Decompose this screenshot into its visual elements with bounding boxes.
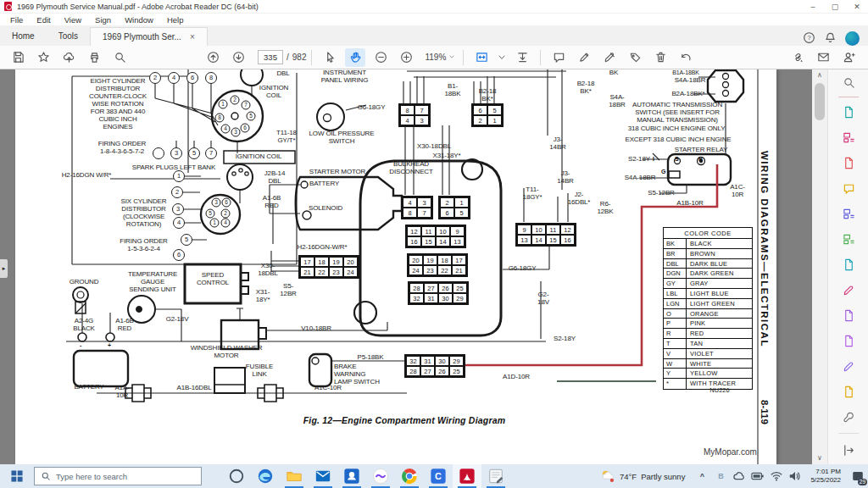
- favorite-star-button[interactable]: [33, 48, 53, 67]
- tab-home[interactable]: Home: [0, 25, 47, 46]
- undo-button[interactable]: [676, 48, 696, 67]
- menu-item-view[interactable]: View: [58, 15, 88, 25]
- sign-button[interactable]: [599, 48, 620, 67]
- wifi-icon[interactable]: [768, 464, 785, 488]
- color-code-row: LBLLIGHT BLUE: [664, 289, 752, 299]
- fill-sign-button[interactable]: [625, 48, 645, 67]
- connector-cell: 15: [421, 236, 436, 247]
- color-code-row: DGNDARK GREEN: [664, 269, 752, 279]
- rail-tool-fill-and-sign[interactable]: [828, 353, 868, 379]
- page-number-input[interactable]: [258, 50, 283, 64]
- tray-app-b[interactable]: B: [712, 464, 729, 488]
- taskbar-app-sticky-notes[interactable]: [481, 464, 510, 488]
- start-button[interactable]: [0, 464, 34, 488]
- connector-cell: 6: [440, 208, 454, 218]
- connector-cell: 8: [400, 105, 415, 115]
- connector-cell: 23: [329, 267, 343, 277]
- maximize-button[interactable]: ▢: [824, 0, 846, 14]
- taskbar-app-round-app[interactable]: [366, 464, 395, 488]
- next-page-button[interactable]: [228, 48, 248, 67]
- rail-tool-create-pdf[interactable]: [828, 150, 868, 175]
- zoom-level-select[interactable]: 119%: [422, 52, 458, 63]
- find-button[interactable]: [109, 48, 130, 67]
- rail-tool-request-signatures[interactable]: [828, 379, 868, 404]
- rail-tool-protect[interactable]: [828, 302, 868, 328]
- taskbar-app-chrome[interactable]: [395, 464, 424, 488]
- rail-tool-edit-pdf[interactable]: [828, 125, 868, 150]
- left-panel-toggle[interactable]: ▸: [0, 259, 8, 278]
- share-link-button[interactable]: [787, 48, 808, 67]
- connector-cell: 7: [417, 208, 431, 218]
- onedrive-cloud-icon[interactable]: [731, 464, 748, 488]
- menu-item-edit[interactable]: Edit: [30, 15, 57, 25]
- scrollbar-thumb[interactable]: [815, 83, 825, 120]
- rail-tool-redact[interactable]: [828, 277, 868, 302]
- menu-item-file[interactable]: File: [3, 15, 30, 25]
- diagram-label: DBL: [268, 70, 298, 78]
- color-code-abbr: T: [664, 339, 687, 348]
- tab-close-icon[interactable]: ×: [190, 32, 195, 42]
- print-button[interactable]: [84, 48, 104, 67]
- share-people-button[interactable]: [838, 48, 859, 67]
- menu-item-help[interactable]: Help: [160, 15, 191, 25]
- highlight-button[interactable]: [574, 48, 594, 67]
- minimize-button[interactable]: –: [802, 0, 824, 14]
- rail-tool-search-document[interactable]: [828, 69, 868, 95]
- taskbar-app-cortana[interactable]: [222, 464, 251, 488]
- scroll-up-arrow[interactable]: ∧: [812, 69, 827, 81]
- tab-1969-plymouth-ser-[interactable]: 1969 Plymouth Ser...×: [90, 27, 208, 46]
- taskbar-app-mail[interactable]: [309, 464, 337, 488]
- vertical-scrollbar[interactable]: ∧ ∨: [812, 69, 827, 464]
- color-code-name: LIGHT GREEN: [687, 299, 735, 308]
- taskbar-app-acrobat[interactable]: [453, 464, 481, 488]
- battery-icon[interactable]: [749, 464, 766, 488]
- diagram-label: A1B-10R: [666, 200, 714, 208]
- comment-button[interactable]: [548, 48, 569, 67]
- rail-tool-compress-pdf[interactable]: [828, 328, 868, 353]
- tab-tools[interactable]: Tools: [47, 25, 90, 46]
- page-fit-button[interactable]: [471, 48, 492, 67]
- rail-tool-organize-pages[interactable]: [828, 226, 868, 252]
- connector-cell: 20: [343, 257, 358, 267]
- previous-page-button[interactable]: [203, 48, 223, 67]
- connector-cell: 24: [343, 267, 358, 277]
- color-code-title: COLOR CODE: [664, 228, 752, 239]
- action-center-icon[interactable]: 29: [848, 464, 868, 488]
- select-tool-button[interactable]: [320, 48, 340, 67]
- save-button[interactable]: [8, 48, 28, 67]
- rail-tool-export-pdf[interactable]: [828, 99, 868, 125]
- tray-chevron[interactable]: ^: [693, 464, 710, 488]
- spark-plug-number: 1: [219, 100, 228, 109]
- volume-icon[interactable]: [787, 464, 804, 488]
- taskbar-app-c-app[interactable]: C: [424, 464, 453, 488]
- taskbar-app-teams-app[interactable]: [337, 464, 366, 488]
- weather-widget[interactable]: 74°F Partly sunny: [593, 469, 692, 484]
- rail-tool-collapse-rail[interactable]: [828, 437, 868, 463]
- hand-tool-button[interactable]: [345, 48, 365, 67]
- rail-tool-more-tools[interactable]: [828, 404, 868, 430]
- page-fit-caret[interactable]: [497, 48, 507, 67]
- ruler-tool-button[interactable]: [512, 48, 532, 67]
- menu-item-sign[interactable]: Sign: [88, 15, 118, 25]
- color-code-name: TAN: [687, 339, 703, 348]
- taskbar-search[interactable]: Type here to search: [34, 467, 202, 485]
- upload-cloud-button[interactable]: [58, 48, 79, 67]
- rail-tool-scan-ocr[interactable]: [828, 252, 868, 277]
- help-icon[interactable]: ?: [803, 31, 815, 46]
- close-button[interactable]: ✕: [846, 0, 868, 14]
- email-button[interactable]: [813, 48, 833, 67]
- zoom-in-button[interactable]: [396, 48, 416, 67]
- scroll-down-arrow[interactable]: ∨: [812, 452, 827, 464]
- taskbar-app-file-explorer[interactable]: [280, 464, 309, 488]
- delete-button[interactable]: [650, 48, 670, 67]
- user-avatar[interactable]: [845, 31, 860, 46]
- figure-code: NU226: [693, 386, 746, 394]
- notification-bell-icon[interactable]: [824, 31, 837, 46]
- zoom-out-button[interactable]: [370, 48, 391, 67]
- rail-tool-combine-files[interactable]: [828, 201, 868, 226]
- color-code-abbr: Y: [664, 369, 687, 378]
- rail-tool-comment[interactable]: [828, 175, 868, 201]
- taskbar-clock[interactable]: 7:01 PM 5/25/2022: [805, 468, 846, 485]
- menu-item-window[interactable]: Window: [118, 15, 160, 25]
- taskbar-app-edge[interactable]: [251, 464, 280, 488]
